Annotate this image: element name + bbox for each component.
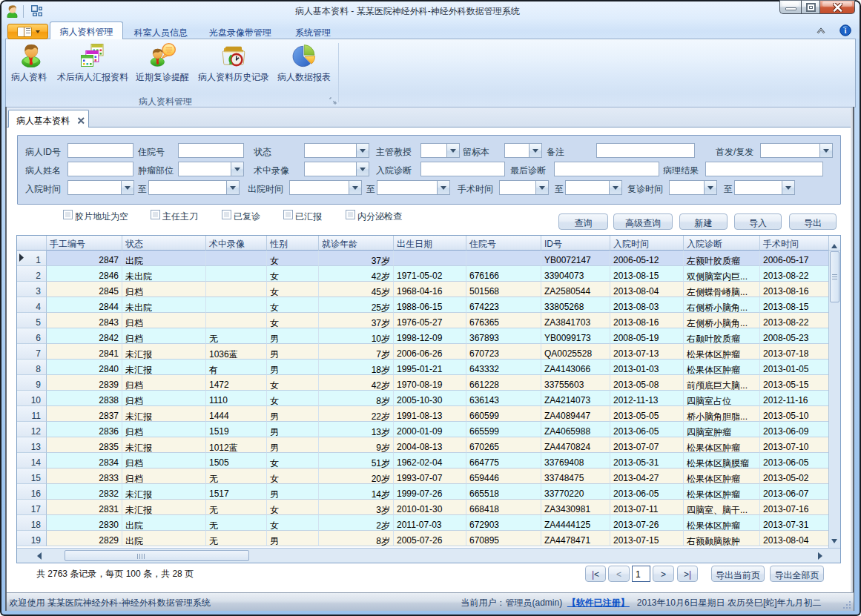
svg-text:i: i [845, 27, 847, 35]
